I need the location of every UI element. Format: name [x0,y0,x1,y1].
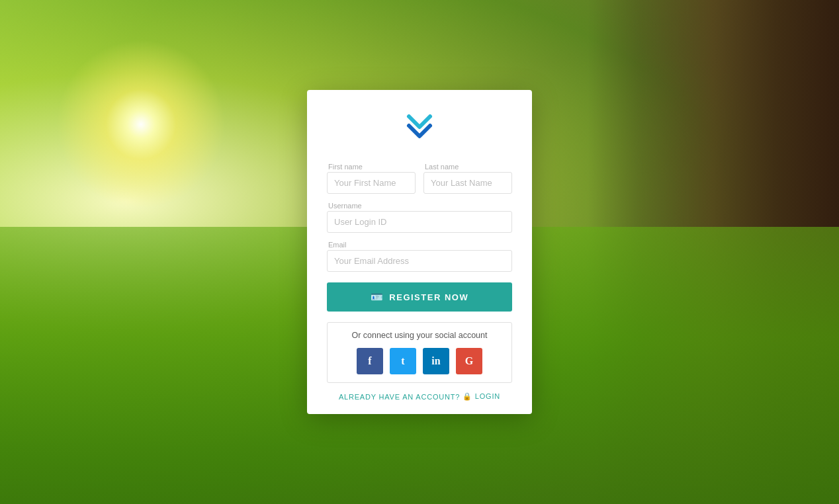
username-input[interactable] [327,211,512,233]
google-button[interactable]: G [456,348,482,374]
first-name-field: First name [327,163,416,194]
social-label: Or connect using your social account [352,331,488,340]
social-buttons: f t in G [357,348,482,374]
login-link[interactable]: ALREADY HAVE AN ACCOUNT? 🔒 LOGIN [339,392,500,401]
email-label: Email [327,241,512,249]
last-name-label: Last name [423,163,512,171]
sun-effect [42,25,240,224]
logo-icon [402,110,437,144]
register-button[interactable]: 🪪 REGISTER NOW [327,282,512,312]
register-button-label: REGISTER NOW [389,292,468,302]
username-label: Username [327,202,512,210]
social-section: Or connect using your social account f t… [327,322,512,383]
linkedin-icon: in [431,355,440,367]
twitter-icon: t [401,355,404,367]
register-icon: 🪪 [371,291,384,303]
login-link-text: ALREADY HAVE AN ACCOUNT? [339,393,460,401]
name-row: First name Last name [327,163,512,194]
logo [402,110,437,144]
first-name-label: First name [327,163,416,171]
google-icon: G [465,355,473,367]
registration-card: First name Last name Username Email 🪪 RE… [307,90,532,414]
facebook-icon: f [368,355,371,367]
last-name-input[interactable] [423,172,512,194]
last-name-field: Last name [423,163,512,194]
twitter-button[interactable]: t [390,348,416,374]
linkedin-button[interactable]: in [423,348,449,374]
email-input[interactable] [327,250,512,272]
facebook-button[interactable]: f [357,348,383,374]
registration-form: First name Last name Username Email 🪪 RE… [327,163,512,383]
email-field: Email [327,241,512,272]
login-link-action: 🔒 LOGIN [463,392,500,401]
username-field: Username [327,202,512,233]
first-name-input[interactable] [327,172,416,194]
